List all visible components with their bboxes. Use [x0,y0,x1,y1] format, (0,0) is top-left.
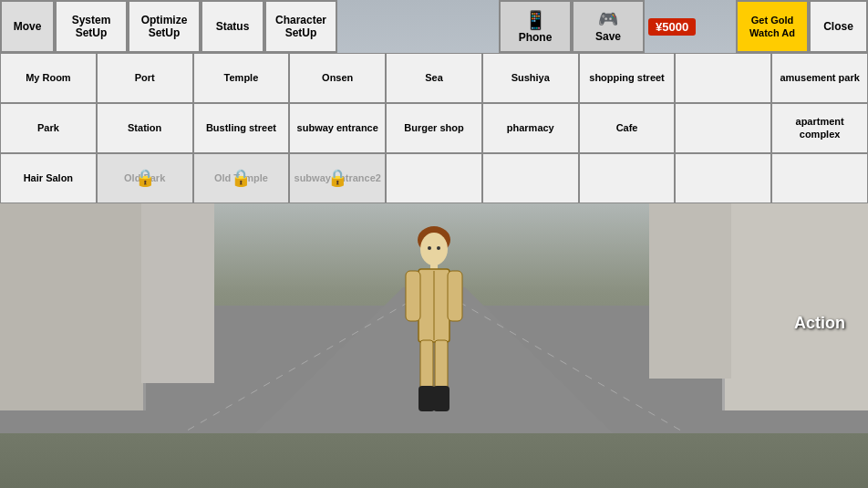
location-button-r1-c7[interactable] [675,103,771,153]
location-button-r1-c5[interactable]: pharmacy [482,103,579,153]
location-button-r2-c4[interactable] [386,153,482,203]
svg-rect-14 [418,386,435,411]
location-button-r0-c0[interactable]: My Room [0,53,97,103]
move-button[interactable]: Move [0,0,55,53]
location-button-r0-c7[interactable] [675,53,771,103]
system-setup-button[interactable]: System SetUp [55,0,128,53]
svg-point-4 [420,233,448,265]
location-button-r2-c1[interactable]: Old Park [97,153,193,203]
location-button-r1-c6[interactable]: Cafe [579,103,676,153]
money-bar: ¥5000 [645,0,736,53]
location-button-r2-c3[interactable]: subway entrance2 [289,153,386,203]
ad-button[interactable]: Get Gold Watch Ad [736,0,809,53]
location-button-r0-c5[interactable]: Sushiya [482,53,579,103]
location-button-r0-c8[interactable]: amusement park [771,53,868,103]
svg-point-5 [428,246,431,250]
location-button-r1-c3[interactable]: subway entrance [289,103,386,153]
toolbar-spacer [337,0,499,53]
save-icon: 🎮 [598,10,618,30]
optimize-setup-button[interactable]: Optimize SetUp [128,0,201,53]
phone-label: Phone [519,31,553,44]
character [393,223,475,415]
svg-rect-13 [435,340,448,390]
location-button-r0-c2[interactable]: Temple [193,53,290,103]
location-button-r0-c6[interactable]: shopping street [579,53,676,103]
close-button[interactable]: Close [809,0,868,53]
location-button-r2-c5[interactable] [482,153,579,203]
location-grid: My RoomPortTempleOnsenSeaSushiyashopping… [0,53,868,203]
character-setup-button[interactable]: Character SetUp [264,0,337,53]
location-button-r1-c2[interactable]: Bustling street [193,103,290,153]
location-button-r1-c1[interactable]: Station [97,103,193,153]
money-amount: ¥5000 [656,20,688,34]
svg-rect-15 [433,386,450,411]
ui-overlay: Move System SetUp Optimize SetUp Status … [0,0,868,203]
location-button-r2-c6[interactable] [579,153,676,203]
location-button-r2-c2[interactable]: Old Temple [193,153,290,203]
svg-rect-11 [448,271,462,321]
phone-icon: 📱 [524,9,547,31]
location-button-r2-c8[interactable] [771,153,868,203]
save-button[interactable]: 🎮 Save [572,0,645,53]
money-display: ¥5000 [648,18,696,36]
svg-rect-12 [420,340,433,390]
phone-button[interactable]: 📱 Phone [499,0,572,53]
save-label: Save [595,30,621,43]
location-button-r1-c0[interactable]: Park [0,103,97,153]
game-container: Action Move System SetUp Optimize SetUp … [0,0,868,488]
location-button-r0-c4[interactable]: Sea [386,53,482,103]
location-button-r2-c7[interactable] [675,153,771,203]
status-button[interactable]: Status [201,0,264,53]
location-button-r1-c8[interactable]: apartment complex [771,103,868,153]
svg-point-6 [437,246,440,250]
location-button-r0-c1[interactable]: Port [97,53,193,103]
svg-rect-10 [406,271,420,321]
location-button-r0-c3[interactable]: Onsen [289,53,386,103]
location-button-r1-c4[interactable]: Burger shop [386,103,482,153]
action-text: Action [794,314,845,333]
location-button-r2-c0[interactable]: Hair Salon [0,153,97,203]
toolbar: Move System SetUp Optimize SetUp Status … [0,0,868,53]
